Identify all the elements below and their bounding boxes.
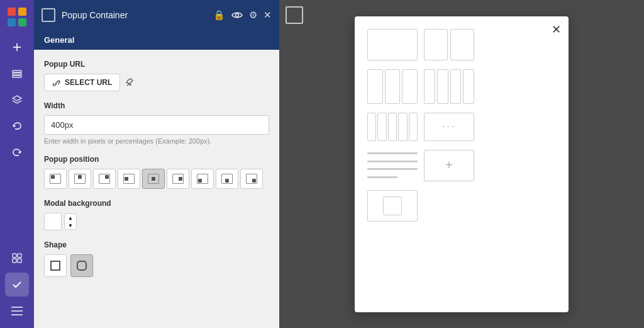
lock-icon[interactable]: 🔒 <box>213 9 225 21</box>
settings-panel: Popup Container 🔒 ⚙ ✕ General Popup URL … <box>34 0 279 328</box>
svg-point-17 <box>236 13 239 16</box>
pos-bottom-left[interactable] <box>191 169 214 189</box>
select-url-label: SELECT URL <box>65 78 112 87</box>
svg-rect-1 <box>18 8 26 16</box>
select-url-button[interactable]: SELECT URL <box>44 74 120 91</box>
sidebar-menu[interactable] <box>5 299 29 323</box>
panel-header-actions: 🔒 ⚙ ✕ <box>213 9 272 21</box>
svg-rect-0 <box>8 8 16 16</box>
sidebar-stack[interactable] <box>5 88 29 112</box>
layout-three-col-1 <box>367 69 383 104</box>
sidebar-widgets[interactable] <box>5 246 29 270</box>
popup-modal-preview: ✕ <box>355 16 569 312</box>
layout-inner-small <box>383 196 402 215</box>
shape-rounded[interactable] <box>70 254 93 277</box>
pos-bottom-right[interactable] <box>240 169 263 189</box>
layout-plus[interactable]: + <box>424 150 474 181</box>
popup-position-label: Popup position <box>44 155 269 164</box>
svg-rect-2 <box>8 18 16 26</box>
position-grid <box>44 169 269 189</box>
layout-four-col-1 <box>424 69 435 104</box>
panel-content: Popup URL SELECT URL Width Enter width i… <box>34 50 279 328</box>
layout-row-3: ··· <box>367 113 556 141</box>
pos-top-center[interactable] <box>69 169 91 189</box>
pos-top-left[interactable] <box>44 169 67 189</box>
line-4 <box>367 176 397 178</box>
layout-row-4: + <box>367 150 556 181</box>
layout-container-box[interactable] <box>367 190 418 222</box>
popup-url-label: Popup URL <box>44 60 269 69</box>
eye-icon[interactable] <box>231 10 243 21</box>
layout-three-col[interactable] <box>367 69 418 104</box>
layout-four-col-4 <box>463 69 474 104</box>
svg-rect-20 <box>77 261 86 270</box>
line-1 <box>367 152 418 154</box>
svg-rect-3 <box>18 18 26 26</box>
shape-label: Shape <box>44 240 269 249</box>
color-down[interactable]: ▼ <box>65 222 76 229</box>
width-hint: Enter width in pixels or percentages (Ex… <box>44 137 269 145</box>
pos-middle-left[interactable] <box>118 169 140 189</box>
svg-rect-13 <box>18 259 21 263</box>
layout-single-wide[interactable] <box>367 29 418 60</box>
shape-row <box>44 254 269 277</box>
layout-lines[interactable] <box>367 150 418 181</box>
layout-two-col-left <box>424 29 448 60</box>
layout-two-col-right <box>450 29 474 60</box>
layout-dots[interactable]: ··· <box>424 113 474 141</box>
section-title: General <box>34 30 279 50</box>
line-2 <box>367 161 418 162</box>
sidebar-undo[interactable] <box>5 115 29 139</box>
popup-position-section: Popup position <box>44 155 269 189</box>
pin-icon[interactable] <box>125 77 134 88</box>
settings-icon[interactable]: ⚙ <box>249 9 257 21</box>
layout-five-col[interactable] <box>367 113 418 141</box>
color-spinner: ▲ ▼ <box>64 213 77 230</box>
width-label: Width <box>44 101 269 110</box>
sidebar-logo[interactable] <box>5 5 29 29</box>
panel-header: Popup Container 🔒 ⚙ ✕ <box>34 0 279 30</box>
layout-row-2 <box>367 69 556 104</box>
layout-three-col-2 <box>385 69 401 104</box>
panel-title: Popup Container <box>62 10 207 20</box>
color-up[interactable]: ▲ <box>65 214 76 222</box>
svg-rect-10 <box>13 254 16 257</box>
svg-rect-19 <box>51 261 60 270</box>
layout-three-col-3 <box>402 69 418 104</box>
link-icon <box>52 78 61 87</box>
panel-header-icon <box>42 8 55 22</box>
svg-marker-9 <box>13 96 21 101</box>
canvas-area: ✕ <box>279 0 644 328</box>
close-panel-icon[interactable]: ✕ <box>264 9 272 21</box>
color-swatch[interactable] <box>44 213 62 230</box>
layout-four-col-2 <box>437 69 448 104</box>
pos-top-right[interactable] <box>93 169 116 189</box>
layout-row-1 <box>367 29 556 60</box>
sidebar-check[interactable] <box>5 273 29 297</box>
modal-background-section: Modal background ▲ ▼ <box>44 199 269 230</box>
sidebar-layers[interactable] <box>5 62 29 86</box>
svg-rect-12 <box>13 259 16 263</box>
layout-two-col[interactable] <box>424 29 474 60</box>
svg-rect-6 <box>13 71 21 72</box>
layout-four-col[interactable] <box>424 69 474 104</box>
pos-bottom-center[interactable] <box>216 169 238 189</box>
canvas-widget-icon[interactable] <box>286 6 303 24</box>
layout-row-5 <box>367 190 556 222</box>
layout-four-col-3 <box>450 69 462 104</box>
pos-middle-right[interactable] <box>167 169 189 189</box>
width-input[interactable] <box>44 115 269 135</box>
popup-close-icon[interactable]: ✕ <box>552 24 561 35</box>
svg-rect-7 <box>13 73 21 75</box>
pos-middle-center[interactable] <box>142 169 165 189</box>
shape-square[interactable] <box>44 254 67 277</box>
sidebar-add[interactable] <box>5 35 29 59</box>
color-picker-row: ▲ ▼ <box>44 213 269 230</box>
width-section: Width Enter width in pixels or percentag… <box>44 101 269 145</box>
sidebar-redo[interactable] <box>5 141 29 165</box>
shape-section: Shape <box>44 240 269 277</box>
line-3 <box>367 168 418 170</box>
svg-rect-8 <box>13 76 21 77</box>
sidebar <box>0 0 34 328</box>
modal-background-label: Modal background <box>44 199 269 208</box>
